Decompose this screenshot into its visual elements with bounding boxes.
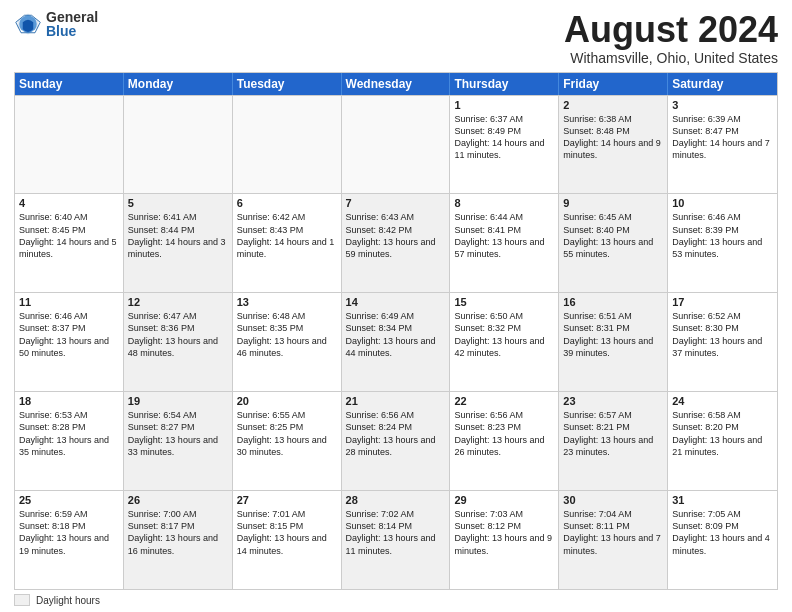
calendar-cell: 7Sunrise: 6:43 AM Sunset: 8:42 PM Daylig…	[342, 194, 451, 292]
calendar-cell: 25Sunrise: 6:59 AM Sunset: 8:18 PM Dayli…	[15, 491, 124, 589]
cell-text: Sunrise: 7:05 AM Sunset: 8:09 PM Dayligh…	[672, 508, 773, 557]
cell-text: Sunrise: 6:54 AM Sunset: 8:27 PM Dayligh…	[128, 409, 228, 458]
day-number: 11	[19, 296, 119, 308]
cell-text: Sunrise: 6:49 AM Sunset: 8:34 PM Dayligh…	[346, 310, 446, 359]
day-number: 7	[346, 197, 446, 209]
cell-text: Sunrise: 6:42 AM Sunset: 8:43 PM Dayligh…	[237, 211, 337, 260]
page: General Blue August 2024 Withamsville, O…	[0, 0, 792, 612]
cell-text: Sunrise: 6:50 AM Sunset: 8:32 PM Dayligh…	[454, 310, 554, 359]
calendar-cell: 27Sunrise: 7:01 AM Sunset: 8:15 PM Dayli…	[233, 491, 342, 589]
cell-text: Sunrise: 6:47 AM Sunset: 8:36 PM Dayligh…	[128, 310, 228, 359]
cell-text: Sunrise: 6:44 AM Sunset: 8:41 PM Dayligh…	[454, 211, 554, 260]
day-number: 3	[672, 99, 773, 111]
cell-text: Sunrise: 6:41 AM Sunset: 8:44 PM Dayligh…	[128, 211, 228, 260]
logo-general: General	[46, 10, 98, 24]
weekday-header: Thursday	[450, 73, 559, 95]
day-number: 27	[237, 494, 337, 506]
day-number: 6	[237, 197, 337, 209]
calendar-cell: 31Sunrise: 7:05 AM Sunset: 8:09 PM Dayli…	[668, 491, 777, 589]
day-number: 30	[563, 494, 663, 506]
day-number: 19	[128, 395, 228, 407]
day-number: 18	[19, 395, 119, 407]
day-number: 13	[237, 296, 337, 308]
weekday-header: Sunday	[15, 73, 124, 95]
calendar-cell	[124, 96, 233, 194]
calendar-row: 4Sunrise: 6:40 AM Sunset: 8:45 PM Daylig…	[15, 193, 777, 292]
cell-text: Sunrise: 7:03 AM Sunset: 8:12 PM Dayligh…	[454, 508, 554, 557]
calendar-cell: 28Sunrise: 7:02 AM Sunset: 8:14 PM Dayli…	[342, 491, 451, 589]
title-block: August 2024 Withamsville, Ohio, United S…	[564, 10, 778, 66]
day-number: 8	[454, 197, 554, 209]
calendar-cell: 9Sunrise: 6:45 AM Sunset: 8:40 PM Daylig…	[559, 194, 668, 292]
calendar-row: 18Sunrise: 6:53 AM Sunset: 8:28 PM Dayli…	[15, 391, 777, 490]
weekday-header: Friday	[559, 73, 668, 95]
day-number: 10	[672, 197, 773, 209]
day-number: 28	[346, 494, 446, 506]
calendar-cell	[233, 96, 342, 194]
cell-text: Sunrise: 7:04 AM Sunset: 8:11 PM Dayligh…	[563, 508, 663, 557]
cell-text: Sunrise: 6:56 AM Sunset: 8:24 PM Dayligh…	[346, 409, 446, 458]
calendar-cell: 17Sunrise: 6:52 AM Sunset: 8:30 PM Dayli…	[668, 293, 777, 391]
day-number: 9	[563, 197, 663, 209]
calendar-cell: 8Sunrise: 6:44 AM Sunset: 8:41 PM Daylig…	[450, 194, 559, 292]
cell-text: Sunrise: 7:00 AM Sunset: 8:17 PM Dayligh…	[128, 508, 228, 557]
calendar-cell: 11Sunrise: 6:46 AM Sunset: 8:37 PM Dayli…	[15, 293, 124, 391]
day-number: 21	[346, 395, 446, 407]
cell-text: Sunrise: 6:37 AM Sunset: 8:49 PM Dayligh…	[454, 113, 554, 162]
calendar-cell: 1Sunrise: 6:37 AM Sunset: 8:49 PM Daylig…	[450, 96, 559, 194]
weekday-header: Saturday	[668, 73, 777, 95]
day-number: 26	[128, 494, 228, 506]
calendar-cell: 20Sunrise: 6:55 AM Sunset: 8:25 PM Dayli…	[233, 392, 342, 490]
day-number: 4	[19, 197, 119, 209]
cell-text: Sunrise: 6:46 AM Sunset: 8:37 PM Dayligh…	[19, 310, 119, 359]
calendar-cell: 24Sunrise: 6:58 AM Sunset: 8:20 PM Dayli…	[668, 392, 777, 490]
cell-text: Sunrise: 6:59 AM Sunset: 8:18 PM Dayligh…	[19, 508, 119, 557]
weekday-header: Monday	[124, 73, 233, 95]
day-number: 29	[454, 494, 554, 506]
day-number: 14	[346, 296, 446, 308]
cell-text: Sunrise: 6:51 AM Sunset: 8:31 PM Dayligh…	[563, 310, 663, 359]
cell-text: Sunrise: 6:52 AM Sunset: 8:30 PM Dayligh…	[672, 310, 773, 359]
logo-blue: Blue	[46, 24, 98, 38]
cell-text: Sunrise: 6:56 AM Sunset: 8:23 PM Dayligh…	[454, 409, 554, 458]
cell-text: Sunrise: 6:46 AM Sunset: 8:39 PM Dayligh…	[672, 211, 773, 260]
cell-text: Sunrise: 6:48 AM Sunset: 8:35 PM Dayligh…	[237, 310, 337, 359]
calendar-cell: 14Sunrise: 6:49 AM Sunset: 8:34 PM Dayli…	[342, 293, 451, 391]
calendar: SundayMondayTuesdayWednesdayThursdayFrid…	[14, 72, 778, 590]
calendar-cell: 3Sunrise: 6:39 AM Sunset: 8:47 PM Daylig…	[668, 96, 777, 194]
day-number: 16	[563, 296, 663, 308]
cell-text: Sunrise: 7:02 AM Sunset: 8:14 PM Dayligh…	[346, 508, 446, 557]
calendar-cell: 5Sunrise: 6:41 AM Sunset: 8:44 PM Daylig…	[124, 194, 233, 292]
day-number: 12	[128, 296, 228, 308]
day-number: 1	[454, 99, 554, 111]
calendar-cell: 26Sunrise: 7:00 AM Sunset: 8:17 PM Dayli…	[124, 491, 233, 589]
day-number: 23	[563, 395, 663, 407]
day-number: 20	[237, 395, 337, 407]
day-number: 5	[128, 197, 228, 209]
legend-label: Daylight hours	[36, 595, 100, 606]
cell-text: Sunrise: 6:39 AM Sunset: 8:47 PM Dayligh…	[672, 113, 773, 162]
calendar-cell: 6Sunrise: 6:42 AM Sunset: 8:43 PM Daylig…	[233, 194, 342, 292]
cell-text: Sunrise: 6:58 AM Sunset: 8:20 PM Dayligh…	[672, 409, 773, 458]
cell-text: Sunrise: 6:55 AM Sunset: 8:25 PM Dayligh…	[237, 409, 337, 458]
calendar-cell: 13Sunrise: 6:48 AM Sunset: 8:35 PM Dayli…	[233, 293, 342, 391]
cell-text: Sunrise: 6:57 AM Sunset: 8:21 PM Dayligh…	[563, 409, 663, 458]
calendar-cell	[15, 96, 124, 194]
calendar-cell: 15Sunrise: 6:50 AM Sunset: 8:32 PM Dayli…	[450, 293, 559, 391]
day-number: 24	[672, 395, 773, 407]
calendar-cell: 22Sunrise: 6:56 AM Sunset: 8:23 PM Dayli…	[450, 392, 559, 490]
month-title: August 2024	[564, 10, 778, 50]
logo-text: General Blue	[46, 10, 98, 38]
calendar-cell	[342, 96, 451, 194]
calendar-cell: 4Sunrise: 6:40 AM Sunset: 8:45 PM Daylig…	[15, 194, 124, 292]
legend-box	[14, 594, 30, 606]
calendar-cell: 19Sunrise: 6:54 AM Sunset: 8:27 PM Dayli…	[124, 392, 233, 490]
calendar-cell: 16Sunrise: 6:51 AM Sunset: 8:31 PM Dayli…	[559, 293, 668, 391]
location: Withamsville, Ohio, United States	[564, 50, 778, 66]
calendar-row: 11Sunrise: 6:46 AM Sunset: 8:37 PM Dayli…	[15, 292, 777, 391]
calendar-cell: 23Sunrise: 6:57 AM Sunset: 8:21 PM Dayli…	[559, 392, 668, 490]
weekday-header: Tuesday	[233, 73, 342, 95]
header: General Blue August 2024 Withamsville, O…	[14, 10, 778, 66]
logo-icon	[14, 10, 42, 38]
calendar-cell: 12Sunrise: 6:47 AM Sunset: 8:36 PM Dayli…	[124, 293, 233, 391]
